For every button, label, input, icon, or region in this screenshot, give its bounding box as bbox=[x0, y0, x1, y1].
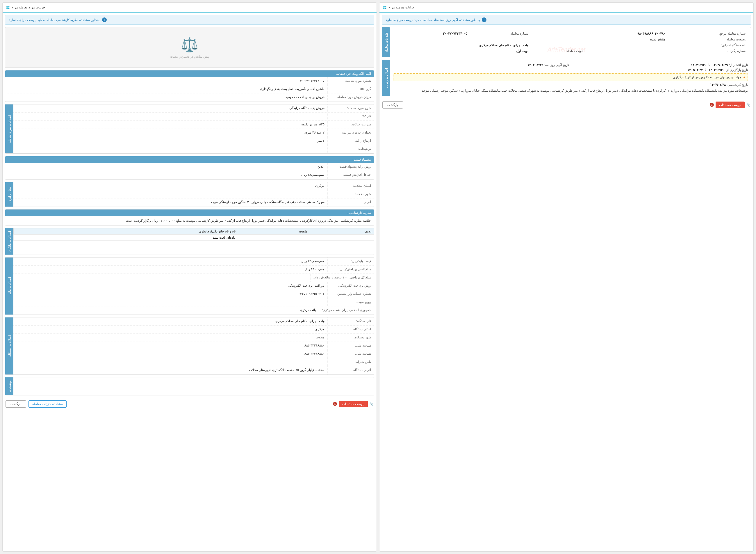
karshenas-section: نظریه کارشناسی - خلاصه نظریه کارشناسی: م… bbox=[5, 209, 374, 225]
left-panel: جزئیات معامله مزاج ⚖ i بمنظور مشاهده آگه… bbox=[379, 2, 754, 552]
location-prov-label: استان محلات: bbox=[327, 182, 374, 190]
malkan-col-0: ردیف bbox=[310, 228, 374, 234]
karshenas-date-value: ۱۴۰۳/۰۲/۲۸ bbox=[710, 83, 726, 87]
malkan-col-2: نام و نام خانوادگی/نام تجاری bbox=[14, 228, 238, 234]
deal-row-lot: نام ۵۵: bbox=[13, 113, 374, 121]
bid-start-label: تاریخ بازگزاری از: bbox=[726, 68, 748, 71]
device-info-section: نام دستگاه: واحد اجرای احکام ملی محاکم م… bbox=[5, 317, 374, 375]
left-docs-button[interactable]: پیوست مستندات bbox=[715, 102, 745, 108]
dev-label-0: نام دستگاه: bbox=[327, 318, 374, 325]
karshenas-header: نظریه کارشناسی - bbox=[5, 210, 374, 216]
location-addr-label: آدرس: bbox=[327, 199, 374, 207]
status-label: وضعیت معامله: bbox=[668, 37, 747, 42]
notes-body bbox=[13, 377, 374, 389]
right-back-button[interactable]: بازگشت bbox=[5, 400, 26, 408]
right-docs-button[interactable]: پیوست مستندات bbox=[339, 401, 368, 407]
dev-label-2: شهر دستگاه: bbox=[327, 334, 374, 342]
ad-date-value: ۱۴۰۳/۰۴/۲۹ bbox=[527, 63, 543, 67]
fin-label-1: مبلغ تامین پرداختی/ریال: bbox=[327, 266, 374, 274]
price-value-0: آنلاین bbox=[5, 163, 327, 171]
publish-start-value: ۱۴۰۳/۰۴/۲۹ bbox=[712, 63, 728, 67]
malkan-sidebar-label: اطلاعات مالکان bbox=[5, 228, 13, 255]
location-sidebar-label: محل برادری bbox=[5, 182, 13, 207]
price-label-0: روش ارائه پیشنهاد قیمت: bbox=[327, 163, 374, 171]
malkan-cell-0-2: داده‌ای یافت نشد bbox=[14, 234, 238, 240]
left-back-button[interactable]: بازگشت bbox=[382, 101, 403, 109]
fin-value-1: ممم،۱۴۰۰ ریال bbox=[13, 266, 327, 274]
dev-row-3: شناسه ملی: ۸۸۶-۳۳۳۱۸۸۸۰ bbox=[13, 342, 374, 350]
fin-row-1: مبلغ تامین پرداختی/ریال: ممم،۱۴۰۰ ریال bbox=[13, 266, 374, 274]
karshenas-date-row: تاریخ کارشناسی: ۱۴۰۳/۰۲/۲۸ bbox=[393, 83, 748, 87]
dev-label-1: استان دستگاه: bbox=[327, 326, 374, 333]
publish-start: تاریخ انتشار از: ۱۴۰۳/۰۴/۲۹ تا ۱۴۰۳/۰۴/۳… bbox=[572, 63, 748, 67]
info-icon: i bbox=[482, 17, 487, 22]
notes-section: توضیحات bbox=[5, 377, 374, 395]
deal-row-height: ارتفاع از کف: ۲ متر bbox=[13, 137, 374, 145]
highlight-dot: ● bbox=[743, 75, 745, 79]
location-row-prov: استان محلات: مرکزی bbox=[13, 182, 374, 190]
fin-label-5: وووو سپیده bbox=[327, 298, 374, 306]
left-panel-header: جزئیات معامله مزاج ⚖ bbox=[379, 3, 753, 12]
malkan-col-1: ماهیت bbox=[238, 228, 310, 234]
financial-content: قیمت پایه/ریال: ممم،ممم،۱۴ ریال مبلغ تام… bbox=[13, 258, 374, 315]
price-row-1: حداقل افزایش قیمت: ممم،ممم،۱۸ ریال bbox=[5, 171, 374, 179]
right-panel-header: جزئیات مورد معامله مزاج ⚖ bbox=[3, 3, 377, 12]
dev-value-1: مرکزی bbox=[13, 326, 327, 333]
deal-door-label: تعداد درب های مزایده: bbox=[327, 129, 374, 137]
deal-speed-value: ۱/۲۵ متر در دقیقه bbox=[13, 121, 327, 129]
paper-clip-icon: 📎 bbox=[746, 103, 751, 107]
ad-row-0: شماره مورد معامله: ۳۰۰۳۷۰۷۳۴۴۴۰۰۵ - bbox=[5, 77, 374, 85]
deal-height-label: ارتفاع از کف: bbox=[327, 137, 374, 145]
location-section: استان محلات: مرکزی شهر محلات: آدرس: شهرک… bbox=[5, 182, 374, 207]
ref-number-label: شماره معامله مرجع: bbox=[668, 31, 747, 36]
malkan-content: ردیف ماهیت نام و نام خانوادگی/نام تجاری … bbox=[13, 228, 374, 255]
device-sidebar-label: اطلاعات دستگاه bbox=[5, 318, 13, 375]
location-prov-value: مرکزی bbox=[13, 182, 327, 190]
malkan-cell-0-0 bbox=[310, 234, 374, 240]
fin-value-3: درزاکت، پرداخت الکترونیکی bbox=[13, 282, 327, 290]
bid-start: تاریخ بازگزاری از: ۱۴۰۳/۰۴/۳۰ تا ۱۴۰۳/۰۴… bbox=[572, 68, 748, 71]
dev-row-1: استان دستگاه: مرکزی bbox=[13, 326, 374, 334]
malkan-row-0: داده‌ای یافت نشد bbox=[14, 234, 374, 240]
malkan-cell-0-1 bbox=[238, 234, 310, 240]
deal-info-section: شرح مورد معامله: فروش یک دستگاه مزایدگی … bbox=[5, 104, 374, 154]
fin-value-5 bbox=[13, 298, 327, 306]
fin-label-2: مبلغ کل پرداختی: ۱۰۰ درصد از مبالغ قرارد… bbox=[310, 274, 374, 282]
fin-row-2: مبلغ کل پرداختی: ۱۰۰ درصد از مبالغ قرارد… bbox=[13, 274, 374, 282]
notes-sidebar-label: توضیحات bbox=[5, 377, 13, 395]
deal-row-door: تعداد درب های مزایده: ۲ عدد ۴۶ متری bbox=[13, 129, 374, 137]
left-docs-wrapper: 📎 پیوست مستندات 1 bbox=[710, 102, 751, 108]
dev-value-0: واحد اجرای احکام ملی محاکم مرکزی bbox=[13, 318, 327, 325]
left-info-section: شماره معامله مرجع: ۹۸۰۳۹۸۸۸۶۰۴۰۰۷۸۰ شمار… bbox=[382, 27, 751, 57]
dev-row-6: آدرس دستگاه: محلات-خیابان گزین ۸۵ مقصد د… bbox=[13, 366, 374, 375]
location-city-label: شهر محلات: bbox=[327, 190, 374, 198]
right-panel: جزئیات مورد معامله مزاج ⚖ i بمنظور مشاهد… bbox=[2, 2, 377, 552]
ad-label-0: شماره مورد معامله: bbox=[327, 77, 374, 85]
left-details-text: توضیحات: مورد مزایده یکدستگاه یکدستگاه م… bbox=[393, 88, 748, 93]
deal-lot-value bbox=[13, 113, 327, 120]
right-view-button[interactable]: مشاهده جزئیات معامله bbox=[28, 400, 67, 408]
deal-door-value: ۲ عدد ۴۶ متری bbox=[13, 129, 327, 137]
price-value-1: ممم،ممم،۱۸ ریال bbox=[5, 171, 327, 179]
dev-label-6: آدرس دستگاه: bbox=[327, 366, 374, 375]
dev-row-5: تلفن همراه: bbox=[13, 358, 374, 366]
fin-value-6: بانک مرکزی bbox=[13, 307, 319, 315]
yegan-label: شماره یگان: ۰ bbox=[668, 48, 747, 54]
price-label-1: حداقل افزایش قیمت: bbox=[327, 171, 374, 179]
left-time-label: اطلاعات زمانی bbox=[382, 60, 390, 96]
karshenas-date-label: تاریخ کارشناسی: bbox=[727, 83, 748, 87]
ref-number-value: ۹۸۰۳۹۸۸۸۶۰۴۰۰۷۸۰ bbox=[585, 31, 667, 36]
ad-date: تاریخ آگهی روزنامه: ۱۴۰۳/۰۴/۲۹ bbox=[393, 63, 569, 67]
device-info-content: نام دستگاه: واحد اجرای احکام ملی محاکم م… bbox=[13, 318, 374, 375]
dev-row-4: شناسه ملی: ۸۸۶-۳۳۳۱۸۸۸۰ bbox=[13, 350, 374, 358]
nobat-value: نوبت اول bbox=[469, 48, 530, 54]
price-row-0: روش ارائه پیشنهاد قیمت: آنلاین bbox=[5, 163, 374, 171]
fin-row-0: قیمت پایه/ریال: ممم،ممم،۱۴ ریال bbox=[13, 258, 374, 266]
right-action-bar: 📎 پیوست مستندات 1 مشاهده جزئیات معامله ب… bbox=[3, 398, 377, 410]
notes-content bbox=[13, 377, 374, 395]
highlight-text: مهلت واریز بهای مزایده ۳۰ روز پس از تاری… bbox=[673, 75, 742, 79]
fin-row-6: جمهوری اسلامی ایران، شعبه مرکزی: بانک مر… bbox=[13, 307, 374, 315]
image-placeholder: ⚖️ پیش نمایش در دسترس نیست bbox=[5, 27, 374, 68]
deal-notes-label: توضیحات: bbox=[327, 145, 374, 153]
deal-speed-label: سرعت حرکت: bbox=[327, 121, 374, 129]
